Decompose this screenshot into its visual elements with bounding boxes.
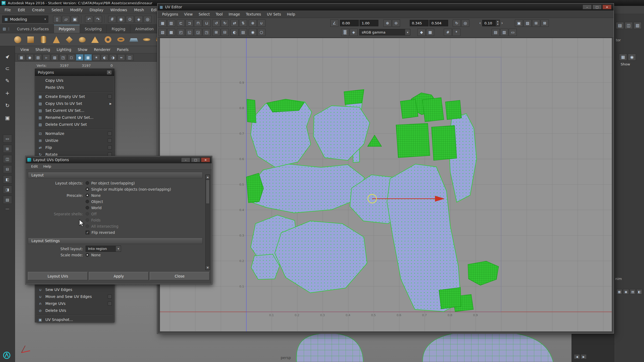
select-camera-icon[interactable]: ▦: [18, 54, 25, 61]
main-menu-edit[interactable]: Edit: [14, 8, 28, 12]
scroll-up-icon[interactable]: ▲: [206, 175, 210, 179]
main-menu-file[interactable]: File: [1, 8, 14, 12]
uv-set-editor-icon[interactable]: ▤: [492, 29, 500, 36]
dialog-titlebar[interactable]: Layout UVs Options –□×: [26, 156, 212, 163]
option-box[interactable]: [108, 302, 112, 305]
shelf-tab-animation[interactable]: Animation: [130, 25, 159, 33]
layout-outliner-persp-icon[interactable]: ◨: [3, 186, 12, 194]
shelf-tab-sculpting[interactable]: Sculpting: [80, 25, 107, 33]
dim-image-icon[interactable]: ◐: [230, 29, 239, 36]
poly-pipe-icon[interactable]: [102, 34, 114, 46]
tool-settings-toggle-icon[interactable]: ◫: [625, 22, 633, 29]
scroll-down-icon[interactable]: ▼: [206, 265, 210, 270]
wireframe-icon[interactable]: ◻: [68, 54, 75, 61]
minimize-button[interactable]: –: [583, 5, 592, 9]
uv-u-coordinate-field[interactable]: 0.345: [410, 20, 429, 26]
toolbox-collapse[interactable]: —: [3, 206, 12, 211]
uv-editor-titlebar[interactable]: ▦ UV Editor –□×: [158, 3, 614, 10]
uv-rotate-angle-icon[interactable]: ∠: [330, 20, 338, 27]
maximize-button[interactable]: □: [592, 5, 602, 9]
shelf-tab-curves-surfaces[interactable]: Curves / Surfaces: [12, 25, 54, 33]
display-rgb-channels-icon[interactable]: ◉: [249, 29, 257, 36]
menu-item-copy-uvs[interactable]: Copy UVs: [35, 77, 114, 84]
layout-objects-radio-per-object-overlapping[interactable]: [86, 181, 89, 185]
panel-menu-lighting[interactable]: Lighting: [53, 47, 75, 52]
menu-item-flip[interactable]: ⇄Flip: [35, 144, 114, 151]
panel-menu-shading[interactable]: Shading: [32, 47, 53, 52]
isolate-select-icon[interactable]: ◎: [461, 20, 469, 27]
spin-down-icon[interactable]: ▼: [496, 23, 500, 26]
shelf-menu-icon[interactable]: ▤: [3, 27, 6, 31]
layout-hypershade-icon[interactable]: ▤: [3, 196, 12, 204]
image-range-icon[interactable]: ▭: [509, 29, 517, 36]
rotate-uvs-cw-icon[interactable]: ↻: [221, 20, 229, 27]
paint-select-tool-icon[interactable]: ✎: [3, 76, 12, 85]
unfold-uvs-icon[interactable]: ⊟: [221, 29, 229, 36]
uv-v-coordinate-field[interactable]: 0.504: [429, 20, 448, 26]
uv-step-stepper[interactable]: 0.10▲▼: [482, 20, 500, 26]
menu-item-sew-uv-edges[interactable]: ∪Sew UV Edges: [35, 286, 114, 293]
display-alpha-channel-icon[interactable]: ○: [257, 29, 265, 36]
maximize-button[interactable]: □: [191, 157, 200, 162]
uv-menu-textures[interactable]: Textures: [243, 12, 264, 16]
bookmark-icon[interactable]: ▹: [43, 54, 50, 61]
prescale-radio-object[interactable]: [86, 200, 89, 203]
uv-editor-settings-icon[interactable]: *: [452, 29, 460, 36]
display-image-icon[interactable]: ▤: [239, 29, 247, 36]
color-managed-icon[interactable]: ◈: [350, 29, 358, 36]
uv-transform-u-field[interactable]: 0.00: [340, 20, 359, 26]
uv-transform-v-field[interactable]: 1.00: [360, 20, 378, 26]
option-box[interactable]: [108, 95, 112, 98]
menu-item-move-and-sew-uv-edges[interactable]: ∪Move and Sew UV Edges: [35, 293, 114, 300]
snap-to-curve-icon[interactable]: ◉: [117, 16, 125, 23]
save-scene-icon[interactable]: ▣: [71, 16, 79, 23]
apply-button[interactable]: Apply: [89, 272, 149, 280]
option-box[interactable]: [108, 139, 112, 142]
menu-item-delete-uvs[interactable]: ⊘Delete UVs: [35, 307, 114, 314]
main-menu-mesh[interactable]: Mesh: [131, 8, 148, 12]
main-menu-windows[interactable]: Windows: [107, 8, 131, 12]
layout-three-split-icon[interactable]: ◧: [3, 175, 12, 183]
layout-uvs-button[interactable]: Layout UVs: [28, 272, 88, 280]
shell-layout-dropdown[interactable]: Into region▾: [86, 246, 121, 252]
snap-to-surface-icon[interactable]: ◎: [144, 16, 152, 23]
panel-menu-panels[interactable]: Panels: [114, 47, 132, 52]
menu-item-uv-snapshot[interactable]: ▣UV Snapshot...: [35, 316, 114, 323]
scrollbar-thumb[interactable]: [206, 180, 210, 204]
image-plane-icon[interactable]: ▧: [51, 54, 58, 61]
panel-menu-show[interactable]: Show: [74, 47, 90, 52]
shelf-options-icon[interactable]: ⋮: [7, 27, 10, 31]
poly-cylinder-icon[interactable]: [38, 34, 49, 46]
rotate-tool-icon[interactable]: ↻: [3, 101, 12, 110]
xray-icon[interactable]: ◫: [126, 54, 133, 61]
channel-box-toggle-icon[interactable]: ▥: [634, 22, 642, 29]
align-v-min-icon[interactable]: ⊔: [203, 20, 211, 27]
section-header-layout[interactable]: Layout: [28, 172, 203, 178]
main-menu-modify[interactable]: Modify: [67, 8, 86, 12]
uv-lattice-icon[interactable]: ▦: [159, 20, 167, 27]
option-box[interactable]: [108, 295, 112, 298]
poly-helix-icon[interactable]: [76, 34, 88, 46]
layout-two-stack-icon[interactable]: ⊟: [3, 165, 12, 173]
uv-canvas[interactable]: 0.10.10.20.20.30.30.40.40.50.50.60.60.70…: [160, 38, 612, 332]
cut-uv-edges-icon[interactable]: ⊗: [249, 20, 257, 27]
dialog-menu-edit[interactable]: Edit: [28, 164, 41, 168]
menu-item-delete-current-uv-set[interactable]: ▨Delete Current UV Set: [35, 121, 114, 128]
main-menu-select[interactable]: Select: [48, 8, 67, 12]
uv-menu-polygons[interactable]: Polygons: [159, 12, 181, 16]
poly-cone-icon[interactable]: [50, 34, 62, 46]
align-u-max-icon[interactable]: ⊐: [185, 20, 193, 27]
close-button[interactable]: Close: [150, 272, 210, 280]
snap-to-pixel-icon[interactable]: ◱: [185, 29, 193, 36]
uv-menu-view[interactable]: View: [181, 12, 196, 16]
move-tool-icon[interactable]: +: [3, 88, 12, 98]
uv-distortion-shader-icon[interactable]: ◆: [418, 29, 426, 36]
option-box[interactable]: [108, 146, 112, 149]
uv-menu-tool[interactable]: Tool: [213, 12, 226, 16]
menu-item-normalize[interactable]: ⊡Normalize: [35, 130, 114, 137]
close-button[interactable]: ×: [602, 5, 612, 9]
redo-icon[interactable]: ↷: [94, 16, 102, 23]
prescale-radio-none[interactable]: [86, 194, 89, 197]
uv-menu-image[interactable]: Image: [226, 12, 243, 16]
option-box[interactable]: [108, 153, 112, 156]
